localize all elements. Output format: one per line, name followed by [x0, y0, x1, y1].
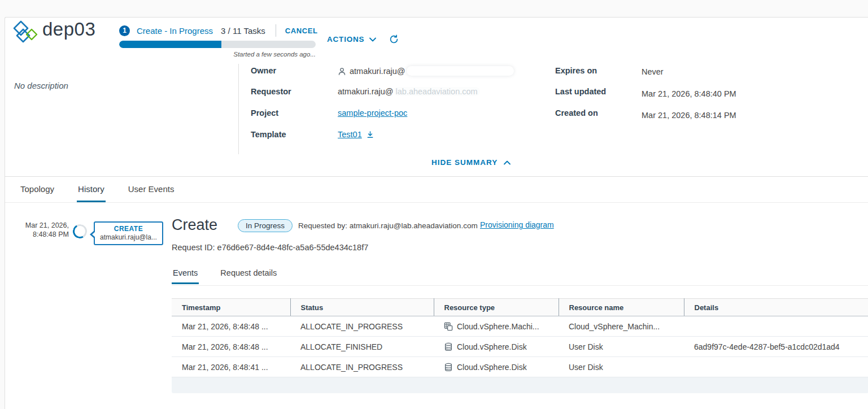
tab-topology[interactable]: Topology [19, 177, 55, 202]
cell-timestamp: Mar 21, 2026, 8:48:48 ... [172, 316, 290, 337]
table-row[interactable]: Mar 21, 2026, 8:48:48 ... ALLOCATE_FINIS… [172, 337, 868, 357]
divider [276, 24, 276, 37]
project-value: sample-project-poc [338, 108, 407, 118]
tasks-count: 3 / 11 Tasks [221, 26, 265, 36]
timeline-timestamp: Mar 21, 2026, 8:48:48 PM [10, 221, 69, 240]
table-row[interactable]: Mar 21, 2026, 8:48:48 ... ALLOCATE_IN_PR… [172, 316, 868, 337]
refresh-icon[interactable] [389, 34, 399, 44]
progress-bar [119, 41, 316, 48]
owner-value: atmakuri.raju@ [338, 66, 514, 76]
cancel-button[interactable]: CANCEL [285, 27, 318, 35]
detail-subtabs: Events Request details [172, 268, 298, 284]
started-text: Started a few seconds ago... [119, 51, 316, 58]
progress-fill [119, 41, 221, 48]
main-tabs: Topology History User Events [5, 177, 868, 203]
subtab-events[interactable]: Events [172, 268, 199, 284]
cell-details [684, 316, 868, 337]
tab-user-events[interactable]: User Events [127, 177, 176, 202]
event-bubble-title: CREATE [100, 225, 157, 233]
cell-resource-name: User Disk [559, 357, 684, 377]
created-on-label: Created on [555, 108, 598, 118]
created-on-value: Mar 21, 2026, 8:48:14 PM [642, 111, 736, 120]
requestor-text: atmakuri.raju@ [338, 87, 394, 96]
event-bubble-create[interactable]: CREATE atmakuri.raju@la... [94, 221, 163, 245]
status-line: 1 Create - In Progress 3 / 11 Tasks CANC… [119, 24, 317, 37]
last-updated-value: Mar 21, 2026, 8:48:40 PM [642, 89, 736, 98]
status-badge: In Progress [238, 219, 293, 232]
cell-resource-name: Cloud_vSphere_Machin... [559, 316, 684, 337]
user-icon [338, 67, 346, 76]
col-resource-type: Resource type [434, 299, 559, 316]
redacted-area [407, 66, 514, 76]
project-label: Project [251, 108, 278, 118]
resource-type-text: Cloud.vSphere.Disk [457, 342, 527, 351]
event-title: Create [172, 216, 217, 234]
divider [172, 285, 868, 286]
deployment-icon [12, 19, 39, 46]
hide-summary-button[interactable]: HIDE SUMMARY [431, 158, 511, 167]
col-status: Status [290, 299, 434, 316]
chevron-down-icon[interactable] [369, 36, 377, 43]
last-updated-label: Last updated [555, 87, 606, 96]
cell-resource-name: User Disk [559, 337, 684, 357]
requested-by-text: Requested by: atmakuri.raju@lab.aheadavi… [298, 221, 478, 230]
hide-summary-label: HIDE SUMMARY [431, 158, 498, 167]
request-id: Request ID: e76d6e67-8d4e-48fc-a5a6-55de… [172, 243, 368, 252]
table-footer [172, 377, 868, 393]
resource-type-text: Cloud.vSphere.Disk [457, 363, 527, 372]
subtab-request-details[interactable]: Request details [219, 268, 278, 284]
project-link[interactable]: sample-project-poc [338, 108, 407, 118]
requestor-value: atmakuri.raju@lab.aheadaviation.com [338, 87, 480, 96]
page-title: dep03 [42, 19, 95, 40]
in-progress-spinner [71, 223, 89, 240]
expires-on-value: Never [642, 67, 664, 76]
cell-status: ALLOCATE_IN_PROGRESS [290, 316, 434, 337]
table-header-row: Timestamp Status Resource type Resource … [172, 299, 868, 316]
timeline-date: Mar 21, 2026, [10, 221, 69, 230]
actions-row: ACTIONS [327, 34, 399, 44]
status-link[interactable]: Create - In Progress [137, 26, 213, 36]
cell-resource-type: Cloud.vSphere.Machi... [434, 316, 559, 337]
template-value: Test01 [338, 130, 374, 139]
cell-status: ALLOCATE_IN_PROGRESS [290, 357, 434, 377]
deployment-card: dep03 1 Create - In Progress 3 / 11 Task… [5, 17, 868, 409]
cell-resource-type: Cloud.vSphere.Disk [434, 337, 559, 357]
cell-timestamp: Mar 21, 2026, 8:48:48 ... [172, 337, 290, 357]
deployment-description: No description [14, 81, 68, 90]
cell-resource-type: Cloud.vSphere.Disk [434, 357, 559, 377]
divider [238, 64, 239, 154]
disk-icon [444, 342, 453, 351]
history-panel: Mar 21, 2026, 8:48:48 PM CREATE atmakuri… [5, 203, 868, 409]
template-label: Template [251, 130, 286, 139]
provisioning-diagram-link[interactable]: Provisioning diagram [480, 220, 554, 229]
vm-icon [444, 322, 453, 331]
template-link[interactable]: Test01 [338, 130, 362, 139]
summary-section: dep03 1 Create - In Progress 3 / 11 Task… [5, 18, 868, 177]
disk-icon [444, 363, 453, 372]
download-icon[interactable] [366, 130, 374, 139]
resource-type-text: Cloud.vSphere.Machi... [457, 322, 539, 331]
actions-button[interactable]: ACTIONS [327, 35, 364, 43]
owner-label: Owner [251, 66, 276, 75]
requestor-faded-text: lab.aheadaviation.com [394, 87, 480, 96]
tab-history[interactable]: History [77, 177, 106, 202]
cell-details [684, 357, 868, 377]
timeline-time: 8:48:48 PM [10, 230, 69, 239]
col-timestamp: Timestamp [172, 299, 290, 316]
cell-details: 6ad9f97c-4ede-4287-bef5-a1cdc02d1ad4 [684, 337, 868, 357]
col-details: Details [684, 299, 868, 316]
cell-status: ALLOCATE_FINISHED [290, 337, 434, 357]
event-bubble-user: atmakuri.raju@la... [100, 233, 157, 241]
events-table: Timestamp Status Resource type Resource … [172, 298, 868, 393]
requestor-label: Requestor [251, 87, 291, 96]
expires-on-label: Expires on [555, 66, 597, 75]
step-badge: 1 [119, 25, 130, 36]
cell-timestamp: Mar 21, 2026, 8:48:41 ... [172, 357, 290, 377]
owner-text: atmakuri.raju@ [350, 67, 405, 76]
col-resource-name: Resource name [559, 299, 684, 316]
table-row[interactable]: Mar 21, 2026, 8:48:41 ... ALLOCATE_IN_PR… [172, 357, 868, 377]
chevron-up-icon [503, 159, 511, 166]
